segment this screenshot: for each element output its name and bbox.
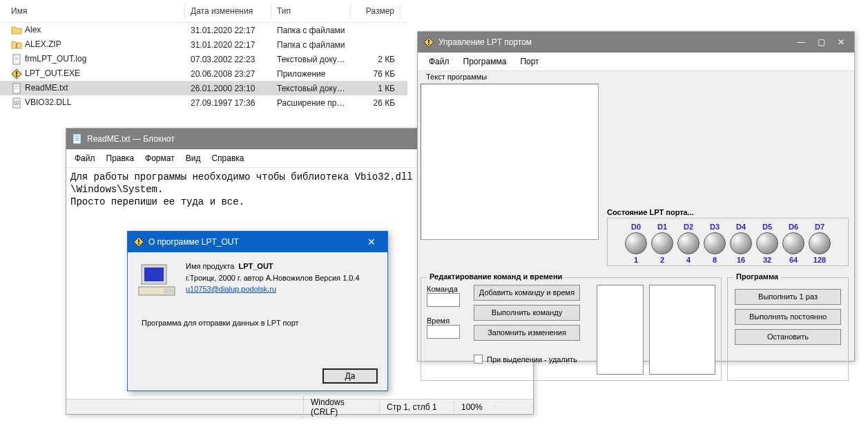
- svg-rect-0: [16, 43, 17, 48]
- menu-item[interactable]: Формат: [139, 151, 180, 166]
- status-position: Стр 1, стлб 1: [379, 401, 454, 413]
- edit-commands-frame: Редактирование команд и времени Команда …: [421, 277, 722, 381]
- notepad-title-text: ReadME.txt — Блокнот: [87, 134, 175, 144]
- stop-button[interactable]: Остановить: [735, 329, 841, 345]
- notepad-icon: [72, 133, 83, 144]
- program-textarea[interactable]: [421, 84, 599, 240]
- delete-on-select-checkbox[interactable]: [474, 355, 483, 364]
- about-dialog: О программе LPT_OUT ✕ Имя продукта LPT_O…: [127, 231, 388, 391]
- menu-item[interactable]: Правка: [101, 151, 140, 166]
- file-icon: [11, 68, 22, 79]
- lpt-window: Управление LPT портом — ▢ ✕ ФайлПрограмм…: [417, 31, 855, 361]
- lpt-app-icon: [423, 37, 434, 48]
- file-icon: [11, 54, 22, 65]
- led-indicator: D664: [782, 223, 804, 264]
- close-icon[interactable]: ✕: [361, 236, 382, 247]
- led-indicator: D12: [651, 223, 673, 264]
- led-indicator: D01: [625, 223, 647, 264]
- explorer-file-list: Имя Дата изменения Тип Размер Alex31.01.…: [0, 0, 407, 110]
- checkbox-label: При выделении - удалить: [487, 355, 577, 364]
- time-input[interactable]: [427, 325, 460, 339]
- menu-item[interactable]: Порт: [513, 55, 546, 68]
- lpt-title-text: Управление LPT портом: [438, 37, 532, 47]
- led-indicator: D532: [756, 223, 778, 264]
- program-frame: Программа Выполнить 1 раз Выполнять пост…: [727, 277, 849, 381]
- time-label: Время: [427, 317, 464, 325]
- maximize-icon[interactable]: ▢: [818, 37, 825, 47]
- svg-rect-18: [138, 239, 139, 243]
- minimize-icon[interactable]: —: [797, 37, 805, 47]
- menu-item[interactable]: Справка: [206, 151, 249, 166]
- about-titlebar[interactable]: О программе LPT_OUT ✕: [128, 232, 387, 252]
- col-name[interactable]: Имя: [0, 3, 185, 19]
- command-input[interactable]: [427, 293, 460, 307]
- port-state-frame: Состояние LPT порта... D01D12D24D38D416D…: [607, 208, 849, 261]
- close-icon[interactable]: ✕: [838, 37, 845, 47]
- svg-rect-23: [164, 288, 173, 294]
- menu-item[interactable]: Вид: [180, 151, 206, 166]
- file-row[interactable]: ReadME.txt26.01.2000 23:10Текстовый доку…: [0, 81, 407, 95]
- run-loop-button[interactable]: Выполнять постоянно: [735, 309, 841, 325]
- svg-rect-25: [428, 39, 430, 43]
- led-indicator: D416: [730, 223, 752, 264]
- svg-rect-21: [144, 267, 164, 281]
- execute-command-button[interactable]: Выполнить команду: [474, 305, 580, 321]
- svg-rect-6: [16, 75, 17, 77]
- col-date[interactable]: Дата изменения: [185, 3, 271, 19]
- ok-button[interactable]: Да: [322, 368, 378, 384]
- svg-point-12: [16, 102, 17, 104]
- svg-rect-13: [73, 134, 81, 144]
- about-title-text: О программе LPT_OUT: [148, 237, 239, 247]
- svg-rect-19: [138, 243, 139, 245]
- led-indicator: D24: [677, 223, 700, 264]
- menu-item[interactable]: Программа: [456, 55, 514, 68]
- run-once-button[interactable]: Выполнить 1 раз: [735, 289, 841, 305]
- file-icon: [11, 39, 22, 50]
- file-row[interactable]: VBIO32.DLL27.09.1997 17:36Расширение при…: [0, 95, 407, 110]
- status-encoding: Windows (CRLF): [303, 396, 379, 418]
- lpt-titlebar[interactable]: Управление LPT портом — ▢ ✕: [418, 32, 854, 53]
- lpt-menu: ФайлПрограммаПорт: [418, 53, 854, 71]
- about-email-link[interactable]: u10753@dialup.podolsk.ru: [186, 285, 276, 293]
- add-command-button[interactable]: Добавить команду и время: [474, 285, 580, 301]
- file-row[interactable]: Alex31.01.2020 22:17Папка с файлами: [0, 23, 407, 37]
- status-zoom: 100%: [454, 401, 495, 413]
- times-listbox[interactable]: [649, 285, 715, 375]
- computer-icon: [137, 261, 176, 299]
- led-indicator: D38: [704, 223, 726, 264]
- text-program-label: Текст программы: [426, 73, 487, 81]
- col-size[interactable]: Размер: [351, 3, 401, 19]
- about-app-icon: [133, 236, 144, 247]
- svg-rect-26: [428, 44, 430, 45]
- notepad-statusbar: Windows (CRLF) Стр 1, стлб 1 100%: [66, 399, 533, 414]
- svg-rect-5: [16, 71, 17, 75]
- menu-item[interactable]: Файл: [69, 151, 101, 166]
- explorer-header: Имя Дата изменения Тип Размер: [0, 0, 407, 23]
- led-indicator: D7128: [809, 223, 831, 264]
- about-description: Программа для отправки данных в LPT порт: [142, 319, 378, 327]
- file-icon: [11, 97, 22, 109]
- file-row[interactable]: ALEX.ZIP31.01.2020 22:17Папка с файлами: [0, 37, 407, 52]
- save-changes-button[interactable]: Запомнить изменения: [474, 325, 580, 341]
- file-icon: [11, 25, 22, 36]
- file-row[interactable]: LPT_OUT.EXE20.06.2008 23:27Приложение76 …: [0, 66, 407, 81]
- command-label: Команда: [427, 285, 464, 293]
- menu-item[interactable]: Файл: [422, 55, 456, 68]
- file-icon: [11, 83, 22, 94]
- about-info: Имя продукта LPT_OUT г.Троицк, 2000 г. а…: [186, 261, 360, 299]
- file-row[interactable]: frmLPT_OUT.log07.03.2002 22:23Текстовый …: [0, 52, 407, 66]
- commands-listbox[interactable]: [597, 285, 644, 375]
- col-type[interactable]: Тип: [271, 3, 351, 19]
